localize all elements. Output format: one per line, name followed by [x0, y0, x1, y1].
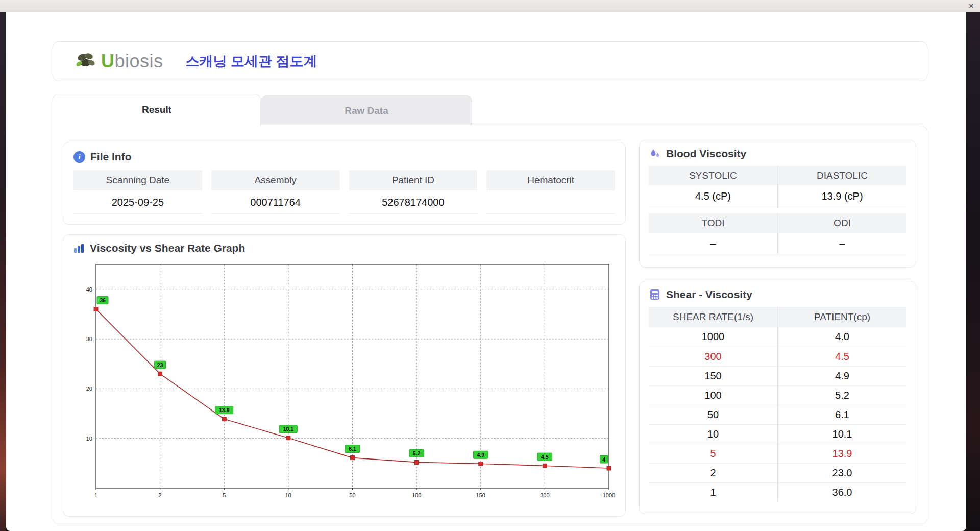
table-row: 10 10.1	[649, 424, 906, 444]
patient-value-cell: 36.0	[778, 482, 907, 502]
page-title: 스캐닝 모세관 점도계	[186, 52, 317, 70]
water-drops-icon	[649, 148, 661, 160]
svg-text:1000: 1000	[603, 492, 615, 498]
app-header: Ubiosis 스캐닝 모세관 점도계	[53, 41, 927, 81]
table-row: 1000 4.0	[649, 327, 906, 347]
svg-text:4: 4	[602, 456, 605, 463]
viscosity-vs-shear-rate-chart: 1020304012510501001503001000362313.910.1…	[72, 257, 617, 508]
svg-text:40: 40	[86, 286, 92, 293]
patient-value-cell: 23.0	[778, 463, 907, 482]
svg-text:10: 10	[285, 492, 291, 498]
patient-column-header: PATIENT(cp)	[778, 307, 907, 327]
svg-text:1: 1	[94, 492, 97, 498]
field-label: Assembly	[211, 170, 340, 190]
tab-result[interactable]: Result	[53, 94, 261, 126]
field-label: Patient ID	[349, 170, 478, 190]
shear-rate-cell: 5	[649, 444, 778, 463]
field-value: 2025-09-25	[74, 190, 202, 214]
info-icon: i	[74, 151, 85, 163]
field-value: 000711764	[211, 190, 340, 214]
shear-rate-cell: 10	[649, 424, 778, 444]
table-row: 4.5 (cP) 13.9 (cP)	[649, 185, 906, 208]
shear-viscosity-card: Shear - Viscosity SHEAR RATE(1/s) PATIEN…	[639, 281, 916, 514]
wallpaper-edge-left	[0, 12, 6, 531]
field-assembly: Assembly 000711764	[211, 170, 340, 214]
viscosity-graph-card: Viscosity vs Shear Rate Graph 1020304012…	[63, 234, 626, 517]
field-value: 52678174000	[349, 190, 478, 214]
svg-text:4.9: 4.9	[477, 452, 484, 458]
svg-text:5: 5	[223, 492, 226, 498]
svg-text:23: 23	[157, 362, 163, 368]
field-scanning-date: Scanning Date 2025-09-25	[74, 170, 202, 214]
leaf-logo-icon	[75, 51, 98, 72]
logo-text: Ubiosis	[101, 51, 163, 72]
svg-text:6.1: 6.1	[349, 446, 356, 452]
wallpaper-edge-right	[966, 12, 980, 531]
table-row: 1 36.0	[649, 482, 906, 502]
odi-header: ODI	[778, 213, 907, 233]
svg-text:10.1: 10.1	[283, 426, 294, 432]
svg-text:300: 300	[540, 492, 549, 498]
svg-text:2: 2	[159, 492, 162, 498]
svg-text:150: 150	[476, 492, 485, 498]
table-row: 50 6.1	[649, 405, 906, 424]
patient-value-cell: 6.1	[778, 405, 907, 424]
graph-title: Viscosity vs Shear Rate Graph	[90, 242, 245, 254]
field-patient-id: Patient ID 52678174000	[349, 170, 478, 214]
ubiosis-logo: Ubiosis	[75, 51, 163, 72]
svg-text:5.2: 5.2	[413, 450, 421, 456]
shear-rate-cell: 100	[649, 385, 778, 405]
svg-text:50: 50	[349, 492, 355, 498]
result-panel: i File Info Scanning Date 2025-09-25 Ass…	[53, 126, 927, 524]
window-titlebar: ×	[0, 0, 980, 12]
file-info-card: i File Info Scanning Date 2025-09-25 Ass…	[63, 142, 626, 225]
shear-rate-cell: 300	[649, 347, 778, 366]
field-label: Hematocrit	[486, 170, 615, 190]
shear-rate-cell: 2	[649, 463, 778, 482]
patient-value-cell: 4.5	[778, 347, 907, 366]
patient-value-cell: 10.1	[778, 424, 907, 444]
svg-text:36: 36	[100, 297, 106, 303]
shear-rate-column-header: SHEAR RATE(1/s)	[649, 307, 778, 327]
close-icon[interactable]: ×	[969, 1, 974, 12]
table-row: – –	[649, 233, 906, 255]
systolic-header: SYSTOLIC	[649, 166, 778, 185]
svg-text:20: 20	[86, 385, 92, 392]
table-row: 100 5.2	[649, 385, 906, 405]
table-header-row: SYSTOLIC DIASTOLIC	[649, 166, 906, 185]
svg-text:10: 10	[86, 436, 92, 442]
patient-value-cell: 4.0	[778, 327, 907, 347]
file-info-fields: Scanning Date 2025-09-25 Assembly 000711…	[74, 170, 615, 214]
bar-chart-icon	[72, 242, 85, 254]
shear-rate-cell: 1000	[649, 327, 778, 347]
file-info-title: File Info	[90, 151, 132, 163]
svg-text:4.5: 4.5	[541, 454, 549, 460]
todi-header: TODI	[649, 213, 778, 233]
todi-odi-table: TODI ODI – –	[649, 213, 906, 256]
diastolic-value: 13.9 (cP)	[778, 185, 907, 208]
shear-viscosity-table: SHEAR RATE(1/s) PATIENT(cp) 1000 4.0 300…	[649, 307, 906, 502]
blood-viscosity-title: Blood Viscosity	[666, 148, 746, 160]
odi-value: –	[778, 233, 907, 255]
tab-raw-data[interactable]: Raw Data	[261, 95, 472, 125]
todi-value: –	[649, 233, 778, 255]
field-hematocrit: Hematocrit	[486, 170, 615, 214]
shear-rate-cell: 1	[649, 482, 778, 502]
diastolic-header: DIASTOLIC	[778, 166, 907, 185]
systolic-diastolic-table: SYSTOLIC DIASTOLIC 4.5 (cP) 13.9 (cP)	[649, 166, 906, 208]
table-header-row: SHEAR RATE(1/s) PATIENT(cp)	[649, 307, 906, 327]
calculator-icon	[649, 288, 661, 301]
svg-text:30: 30	[86, 336, 92, 342]
table-row: 300 4.5	[649, 347, 906, 366]
shear-viscosity-title: Shear - Viscosity	[666, 288, 752, 301]
table-row: 2 23.0	[649, 463, 906, 482]
field-value	[486, 190, 615, 214]
table-header-row: TODI ODI	[649, 213, 906, 233]
table-row: 5 13.9	[649, 444, 906, 463]
shear-rate-cell: 50	[649, 405, 778, 424]
shear-rate-cell: 150	[649, 366, 778, 385]
svg-text:100: 100	[412, 492, 421, 498]
patient-value-cell: 4.9	[778, 366, 907, 385]
systolic-value: 4.5 (cP)	[649, 185, 778, 208]
blood-viscosity-card: Blood Viscosity SYSTOLIC DIASTOLIC 4.5 (…	[639, 140, 916, 268]
